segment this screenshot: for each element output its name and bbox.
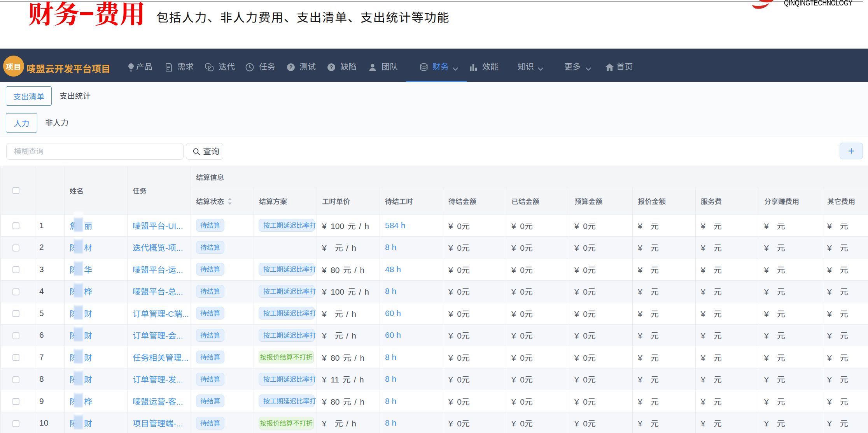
svg-text:?: ? bbox=[330, 64, 333, 70]
svg-text:?: ? bbox=[289, 64, 293, 70]
